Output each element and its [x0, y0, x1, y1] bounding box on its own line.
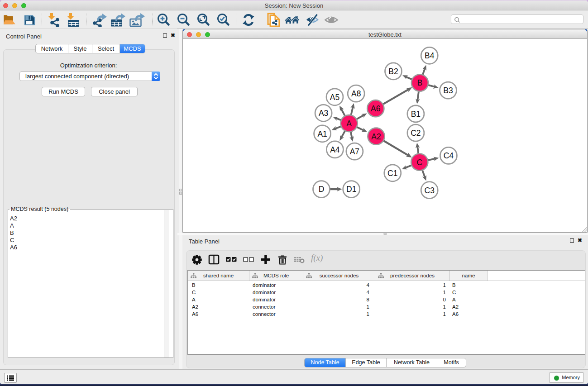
svg-text:C: C [416, 158, 422, 167]
svg-text:A7: A7 [350, 147, 359, 156]
svg-text:C4: C4 [444, 151, 454, 160]
svg-text:B4: B4 [425, 51, 435, 60]
svg-text:A6: A6 [371, 104, 380, 113]
svg-text:C3: C3 [425, 186, 435, 195]
svg-text:A5: A5 [330, 93, 339, 102]
svg-text:A: A [346, 119, 352, 128]
svg-text:A8: A8 [351, 89, 361, 98]
svg-text:B3: B3 [443, 86, 453, 95]
svg-text:B: B [417, 78, 423, 87]
svg-text:B1: B1 [411, 110, 421, 119]
svg-text:A4: A4 [330, 145, 340, 154]
svg-text:A1: A1 [317, 129, 327, 138]
svg-text:C1: C1 [387, 169, 397, 178]
svg-text:A3: A3 [319, 109, 328, 118]
svg-text:A2: A2 [371, 132, 381, 141]
svg-text:B2: B2 [388, 67, 398, 76]
svg-text:D1: D1 [346, 185, 356, 194]
svg-text:D: D [319, 185, 325, 194]
svg-text:C2: C2 [411, 129, 421, 138]
